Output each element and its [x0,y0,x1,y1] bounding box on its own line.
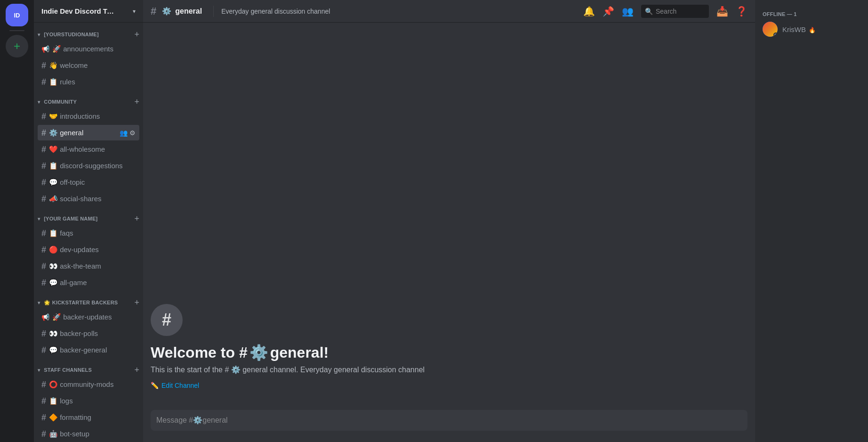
category-community[interactable]: ▾ COMMUNITY + [34,90,143,108]
member-avatar-kriswb [763,22,778,37]
channel-dev-updates[interactable]: # 🔴 dev-updates [38,242,139,257]
topbar-hash-icon: # [151,5,156,17]
channel-name-announcements: 🚀 announcements [52,45,120,53]
channel-name-introductions: 🤝 introductions [49,112,136,121]
category-yourgamename[interactable]: ▾ [YOUR GAME NAME] + [34,207,143,225]
topbar-actions: 🔔 📌 👥 🔍 📥 ❓ [583,5,747,18]
category-label-staff: STAFF CHANNELS [44,367,92,373]
hash-introductions: # [41,112,46,121]
search-icon: 🔍 [645,8,653,15]
channel-all-wholesome[interactable]: # ❤️ all-wholesome [38,141,139,157]
member-status-emoji-kriswb: 🔥 [809,27,816,33]
category-add-kickstarter[interactable]: + [134,298,139,307]
message-input[interactable] [156,416,742,425]
welcome-title: Welcome to # ⚙️ general! [151,344,747,361]
category-add-yourstudioname[interactable]: + [134,30,139,39]
help-icon[interactable]: ❓ [736,6,747,17]
channel-name-welcome: 👋 welcome [49,61,136,70]
channel-backer-updates[interactable]: 📢 🚀 backer-updates [38,309,139,325]
welcome-description: This is the start of the # ⚙️ general ch… [151,365,747,374]
category-chevron-yourstudioname: ▾ [38,32,40,37]
hash-formatting: # [41,413,46,422]
hash-dev-updates: # [41,246,46,254]
messages-container: # Welcome to # ⚙️ general! This is the s… [143,23,755,410]
channel-all-game[interactable]: # 💬 all-game [38,275,139,290]
channel-formatting[interactable]: # 🔶 formatting [38,409,139,425]
channel-general[interactable]: # ⚙️ general 👥 ⚙ [38,125,139,140]
channel-name-backer-general: 💬 backer-general [49,346,136,354]
category-kickstarter-backers[interactable]: ▾ 🌟 KICKSTARTER BACKERS + [34,291,143,309]
channel-social-shares[interactable]: # 📣 social-shares [38,191,139,206]
channel-backer-general[interactable]: # 💬 backer-general [38,342,139,358]
channel-rules[interactable]: # 📋 rules [38,74,139,90]
hash-social-shares: # [41,195,46,203]
category-yourstudioname[interactable]: ▾ [YOURSTUDIONAME] + [34,23,143,41]
pin-icon[interactable]: 📌 [603,6,614,17]
welcome-desc-suffix: general channel. Everyday general discus… [242,366,425,374]
server-header[interactable]: Indie Dev Discord Templ... ▾ [34,0,143,23]
hash-discord-suggestions: # [41,162,46,170]
channel-discord-suggestions[interactable]: # 📋 discord-suggestions [38,158,139,173]
category-chevron-yourgamename: ▾ [38,216,40,221]
active-server-icon[interactable]: ID [6,4,28,26]
hash-backer-polls: # [41,329,46,338]
channel-welcome[interactable]: # 👋 welcome [38,57,139,73]
topbar-description: Everyday general discussion channel [221,8,330,15]
channel-name-community-mods: ⭕ community-mods [49,380,136,389]
member-kriswb[interactable]: KrisWB 🔥 [759,19,864,40]
edit-channel-button[interactable]: ✏️ Edit Channel [151,380,199,391]
channel-faqs[interactable]: # 📋 faqs [38,225,139,241]
welcome-title-prefix: Welcome to # [151,344,248,361]
member-status-dot-kriswb [773,33,778,37]
channel-ask-the-team[interactable]: # 👀 ask-the-team [38,258,139,274]
channel-off-topic[interactable]: # 💬 off-topic [38,174,139,190]
channel-introductions[interactable]: # 🤝 introductions [38,108,139,124]
category-add-community[interactable]: + [134,98,139,106]
hash-faqs: # [41,229,46,237]
welcome-hash-icon: # [162,310,171,330]
category-add-staff[interactable]: + [134,366,139,374]
category-label-yourgamename: [YOUR GAME NAME] [44,216,97,221]
channel-community-mods[interactable]: # ⭕ community-mods [38,377,139,392]
edit-channel-label: Edit Channel [161,382,199,389]
channel-backer-polls[interactable]: # 👀 backer-polls [38,326,139,341]
server-list: ID + [0,0,34,442]
channel-name-off-topic: 💬 off-topic [49,178,136,187]
channel-name-social-shares: 📣 social-shares [49,195,136,203]
notification-bell-icon[interactable]: 🔔 [583,6,595,17]
channel-name-formatting: 🔶 formatting [49,413,136,422]
channel-name-faqs: 📋 faqs [49,229,136,237]
offline-members-header: OFFLINE — 1 [759,8,864,19]
category-add-yourgamename[interactable]: + [134,214,139,223]
speaker-icon-backer-updates: 📢 [41,313,49,321]
search-input[interactable] [656,8,705,15]
inbox-icon[interactable]: 📥 [716,6,728,17]
category-label-yourstudioname: [YOURSTUDIONAME] [44,32,99,37]
channel-name-ask-the-team: 👀 ask-the-team [49,262,136,270]
members-icon[interactable]: 👥 [622,6,634,17]
search-box[interactable]: 🔍 [641,5,709,18]
welcome-desc-prefix: This is the start of the # [151,366,229,374]
hash-community-mods: # [41,380,46,389]
channel-name-rules: 📋 rules [49,78,136,86]
category-staff-channels[interactable]: ▾ STAFF CHANNELS + [34,358,143,376]
server-icon-add[interactable]: + [6,35,28,57]
category-chevron-staff: ▾ [38,368,40,373]
channel-logs[interactable]: # 📋 logs [38,393,139,409]
server-name: Indie Dev Discord Templ... [41,7,117,15]
settings-icon-general[interactable]: ⚙ [129,129,136,137]
channel-bot-setup[interactable]: # 🤖 bot-setup [38,426,139,442]
add-members-icon-general[interactable]: 👥 [120,129,128,137]
channel-announcements[interactable]: 📢 🚀 announcements 👥 ⚙ [38,41,139,57]
channel-name-discord-suggestions: 📋 discord-suggestions [49,162,136,170]
category-chevron-community: ▾ [38,99,40,105]
topbar: # ⚙️ general Everyday general discussion… [143,0,755,23]
channel-name-backer-polls: 👀 backer-polls [49,329,136,338]
channel-name-general: ⚙️ general [49,129,120,137]
right-sidebar: OFFLINE — 1 KrisWB 🔥 [755,0,868,442]
hash-logs: # [41,397,46,405]
hash-welcome: # [41,61,46,70]
channel-sidebar: Indie Dev Discord Templ... ▾ ▾ [YOURSTUD… [34,0,143,442]
hash-all-game: # [41,278,46,287]
member-name-kriswb: KrisWB 🔥 [782,25,816,33]
